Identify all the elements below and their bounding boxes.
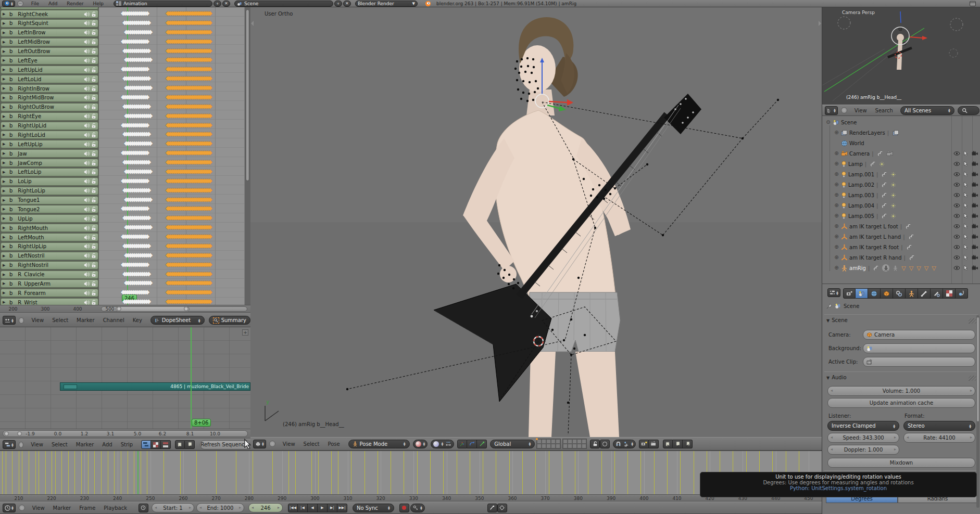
expand-icon[interactable]: ⊕ bbox=[834, 172, 839, 177]
selectability-cursor-icon[interactable] bbox=[964, 265, 968, 272]
collapse-icon[interactable]: ⊖ bbox=[825, 120, 831, 125]
tri-icon[interactable]: ▽ bbox=[901, 265, 906, 271]
info-menu-help[interactable]: Help bbox=[88, 1, 108, 6]
mute-speaker-icon[interactable] bbox=[84, 216, 90, 222]
scene-active-clip-field[interactable] bbox=[863, 357, 975, 367]
shading-selector[interactable]: ▲▼ bbox=[413, 440, 428, 448]
keyframe-row[interactable]: ◆◆◆◆◆◆◆◆◆◆◆◆◆◆◆◆◆◆◆◆◆◆◆◆◆◆◆◆◆◆◆◆◆◆◆ bbox=[99, 260, 245, 269]
lock-icon[interactable] bbox=[91, 235, 96, 240]
rate-slider[interactable]: ◂Rate: 44100▸ bbox=[903, 433, 975, 443]
properties-tab-bone-constraints[interactable] bbox=[931, 288, 943, 299]
properties-tab-texture[interactable] bbox=[943, 288, 956, 299]
timeline-menu-frame[interactable]: Frame bbox=[75, 505, 99, 511]
outliner-item-amrig[interactable]: ⊕amRig|▽▽▽▽▽ bbox=[822, 263, 980, 273]
dopesheet-channel-row[interactable]: ▶b__RightUpLid__ bbox=[1, 122, 98, 130]
timeline-ruler[interactable]: 2102202302402502602702802903003103203303… bbox=[0, 494, 822, 502]
lock-icon[interactable] bbox=[91, 160, 96, 166]
lock-icon[interactable] bbox=[91, 178, 96, 184]
keyframe-row[interactable]: ◆◆◆◆◆◆◆◆◆◆◆◆◆◆◆◆◆◆◆◆◆◆◆◆◆◆◆◆◆◆◆◆◆◆◆ bbox=[99, 232, 245, 241]
outliner-search-input[interactable] bbox=[958, 106, 979, 115]
refresh-sequencer-button[interactable]: Refresh Sequencer bbox=[200, 440, 250, 449]
lock-icon[interactable] bbox=[91, 48, 96, 54]
lock-icon[interactable] bbox=[91, 216, 96, 222]
dopesheet-channel-row[interactable]: ▶b__Tongue1__ bbox=[1, 196, 98, 204]
mute-speaker-icon[interactable] bbox=[84, 132, 90, 138]
anim-icon[interactable] bbox=[882, 172, 887, 177]
lock-icon[interactable] bbox=[91, 169, 96, 175]
dopesheet-channel-row[interactable]: ▶b__RightMidBrow__ bbox=[1, 94, 98, 102]
manipulator-rotate-button[interactable] bbox=[467, 440, 477, 448]
play-button[interactable]: ▶ bbox=[318, 504, 328, 512]
expand-icon[interactable]: ⊕ bbox=[834, 192, 839, 198]
layers-widget-group2[interactable] bbox=[562, 439, 587, 449]
visibility-eye-icon[interactable] bbox=[953, 161, 960, 167]
sequencer-menu-marker[interactable]: Marker bbox=[72, 442, 98, 447]
keying-set-dropdown[interactable]: ▲▼ bbox=[410, 504, 425, 512]
lampdata-icon[interactable] bbox=[890, 203, 896, 209]
dopesheet-channel-row[interactable]: ▶b__LeftUpLid__ bbox=[1, 66, 98, 74]
lock-icon[interactable] bbox=[91, 272, 96, 277]
camera-preview[interactable]: Camera Persp (246) amRig b__Head__ bbox=[822, 7, 980, 104]
anim-icon[interactable] bbox=[882, 192, 887, 198]
mute-speaker-icon[interactable] bbox=[84, 262, 90, 268]
keyframe-row[interactable]: ◆◆◆◆◆◆◆◆◆◆◆◆◆◆◆◆◆◆◆◆◆◆◆◆◆◆◆◆◆◆◆◆◆◆◆ bbox=[99, 186, 245, 195]
dopesheet-channel-row[interactable]: ▶b__RightUpLip__ bbox=[1, 242, 98, 251]
lock-icon[interactable] bbox=[91, 197, 96, 203]
dopesheet-channel-row[interactable]: ▶b__R_Forearm__ bbox=[1, 289, 98, 297]
keyframe-row[interactable]: ◆◆◆◆◆◆◆◆◆◆◆◆◆◆◆◆◆◆◆◆◆◆◆◆◆◆◆◆◆◆◆◆◆◆◆ bbox=[99, 288, 245, 297]
sync-mode-dropdown[interactable]: No Sync▲▼ bbox=[353, 504, 394, 512]
paste-flipped-pose-button[interactable] bbox=[683, 440, 693, 448]
anim-icon[interactable] bbox=[882, 203, 887, 209]
expand-icon[interactable]: ▶ bbox=[3, 216, 8, 221]
speed-slider[interactable]: ◂Speed: 343.300▸ bbox=[827, 433, 899, 443]
dopesheet-menu-channel[interactable]: Channel bbox=[99, 317, 129, 323]
dopesheet-channel-row[interactable]: ▶b__RightOutBrow__ bbox=[1, 103, 98, 111]
lock-icon[interactable] bbox=[91, 151, 96, 157]
layers-widget-group1[interactable] bbox=[536, 439, 561, 449]
expand-icon[interactable]: ▶ bbox=[3, 235, 8, 239]
zoom-widget[interactable]: + bbox=[242, 329, 248, 336]
lock-icon[interactable] bbox=[91, 142, 96, 147]
visibility-eye-icon[interactable] bbox=[953, 234, 960, 240]
anim-icon[interactable] bbox=[882, 182, 887, 188]
outliner-menu-search[interactable]: Search bbox=[871, 108, 897, 113]
visibility-eye-icon[interactable] bbox=[953, 172, 960, 177]
render-engine-selector[interactable]: Blender Render ▼ bbox=[355, 1, 418, 7]
scene-selector[interactable]: Scene bbox=[234, 1, 333, 7]
keyframe-row[interactable]: ◆◆◆◆◆◆◆◆◆◆◆◆◆◆◆◆◆◆◆◆◆◆◆◆◆◆◆◆◆◆◆◆◆◆◆ bbox=[99, 213, 245, 223]
expand-icon[interactable]: ▶ bbox=[3, 68, 8, 72]
armature-active-icon[interactable] bbox=[882, 264, 889, 272]
mute-speaker-icon[interactable] bbox=[84, 188, 90, 194]
outliner-item-camera[interactable]: ⊕Camera| bbox=[822, 148, 980, 159]
dopesheet-mode-selector[interactable]: DopeSheet ▲▼ bbox=[150, 316, 205, 325]
expand-icon[interactable]: ▶ bbox=[3, 207, 8, 211]
outliner-menu-view[interactable]: View bbox=[850, 108, 871, 113]
keyframe-row[interactable]: ◆◆◆◆◆◆◆◆◆◆◆◆◆◆◆◆◆◆◆◆◆◆◆◆◆◆◆◆◆◆◆◆◆◆◆ bbox=[99, 37, 245, 46]
mute-speaker-icon[interactable] bbox=[84, 39, 90, 45]
expand-icon[interactable]: ▶ bbox=[3, 40, 8, 44]
ghost-icon[interactable] bbox=[841, 107, 847, 113]
expand-icon[interactable]: ▶ bbox=[3, 12, 8, 16]
visibility-eye-icon[interactable] bbox=[953, 192, 960, 198]
expand-icon[interactable]: ▶ bbox=[3, 226, 8, 230]
keyframe-row[interactable]: ◆◆◆◆◆◆◆◆◆◆◆◆◆◆◆◆◆◆◆◆◆◆◆◆◆◆◆◆◆◆◆◆◆◆◆ bbox=[99, 55, 245, 65]
ghost-icon[interactable] bbox=[19, 442, 23, 448]
visibility-eye-icon[interactable] bbox=[953, 224, 960, 229]
volume-slider[interactable]: ◂Volume: 1.000▸ bbox=[827, 386, 975, 396]
anim-icon[interactable] bbox=[870, 161, 876, 167]
outliner-item-am-ik-target-l-hand[interactable]: ⊕am IK target L hand| bbox=[822, 232, 980, 242]
viewport-3d[interactable]: y User Ortho (246) amRig b__Head__ bbox=[250, 7, 822, 437]
render-restrict-camera-icon[interactable] bbox=[972, 255, 978, 261]
jump-to-prev-keyframe-button[interactable]: |◀ bbox=[298, 504, 308, 512]
format-dropdown[interactable]: Stereo▲▼ bbox=[903, 421, 975, 431]
mute-speaker-icon[interactable] bbox=[84, 225, 90, 231]
insert-keyframe-button[interactable] bbox=[487, 504, 497, 512]
keyframe-row[interactable]: ◆◆◆◆◆◆◆◆◆◆◆◆◆◆◆◆◆◆◆◆◆◆◆◆◆◆◆◆◆◆◆◆◆◆◆ bbox=[99, 9, 245, 18]
expand-icon[interactable]: ▶ bbox=[3, 198, 8, 202]
sequencer-menu-strip[interactable]: Strip bbox=[117, 442, 137, 447]
keyframe-row[interactable]: ◆◆◆◆◆◆◆◆◆◆◆◆◆◆◆◆◆◆◆◆◆◆◆◆◆◆◆◆◆◆◆◆◆◆◆ bbox=[99, 158, 245, 167]
ghost-icon[interactable] bbox=[19, 505, 25, 511]
expand-icon[interactable]: ⊕ bbox=[834, 182, 839, 188]
lock-icon[interactable] bbox=[91, 86, 96, 92]
keyframe-row[interactable]: ◆◆◆◆◆◆◆◆◆◆◆◆◆◆◆◆◆◆◆◆◆◆◆◆◆◆◆◆◆◆◆◆◆◆◆ bbox=[99, 111, 245, 121]
